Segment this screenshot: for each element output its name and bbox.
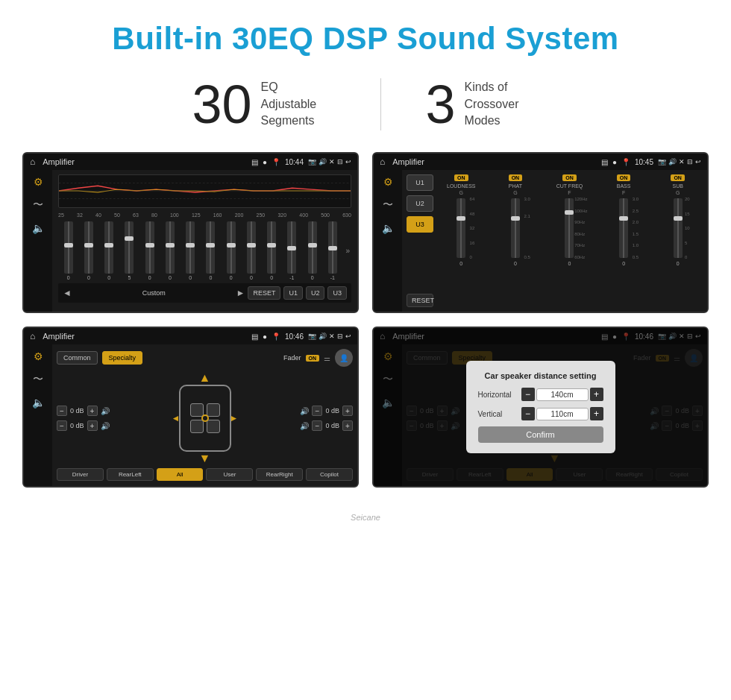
crossover-label: Kinds of Crossover Modes	[465, 79, 539, 129]
preset-u2[interactable]: U2	[407, 195, 433, 212]
eq-band-7[interactable]: 0	[181, 221, 201, 280]
crossover-stat: 3 Kinds of Crossover Modes	[381, 78, 584, 131]
preset-u1[interactable]: U1	[407, 174, 433, 191]
eq-icon-3[interactable]: ⚙	[34, 350, 43, 362]
fader-on-toggle[interactable]: ON	[306, 355, 320, 362]
crossover-reset[interactable]: RESET	[407, 294, 433, 307]
rl-value: 0 dB	[70, 422, 84, 429]
bass-on[interactable]: ON	[617, 174, 631, 181]
eq-band-10[interactable]: 0	[241, 221, 261, 280]
arrow-right: ►	[230, 413, 239, 423]
dialog-title: Car speaker distance setting	[478, 371, 603, 380]
rr-minus[interactable]: −	[312, 420, 322, 431]
eq-band-14[interactable]: -1	[322, 221, 342, 280]
cutfreq-slider[interactable]	[565, 198, 574, 258]
eq-main: 2532405063 80100125160200 25032040050063…	[52, 170, 357, 312]
eq-band-1[interactable]: 0	[58, 221, 78, 280]
loudness-slider[interactable]	[457, 198, 465, 258]
fl-minus[interactable]: −	[57, 406, 67, 416]
horizontal-stepper[interactable]: − 140cm +	[521, 388, 603, 401]
center-dot[interactable]	[201, 414, 209, 422]
common-tab[interactable]: Common	[57, 351, 98, 365]
specialty-tab[interactable]: Specialty	[102, 351, 143, 365]
confirm-button[interactable]: Confirm	[478, 426, 603, 443]
bass-slider[interactable]	[619, 198, 628, 258]
eq-band-2[interactable]: 0	[78, 221, 98, 280]
eq-band-3[interactable]: 0	[99, 221, 119, 280]
speaker-icon[interactable]: 🔈	[32, 222, 45, 234]
screen2-time: 10:45	[635, 158, 653, 166]
u2-button[interactable]: U2	[306, 286, 325, 300]
eq-band-12[interactable]: -1	[282, 221, 302, 280]
status-icons-2: 📷 🔊 ✕ ⊟ ↩	[658, 158, 701, 165]
wave-icon-3[interactable]: 〜	[33, 373, 43, 386]
rearleft-btn[interactable]: RearLeft	[107, 468, 154, 481]
home-icon-2[interactable]: ⌂	[380, 157, 385, 167]
u1-button[interactable]: U1	[283, 286, 303, 300]
horizontal-row: Horizontal − 140cm +	[478, 388, 603, 401]
rearright-btn[interactable]: RearRight	[256, 468, 303, 481]
wave-icon[interactable]: 〜	[33, 198, 43, 212]
eq-next-btn[interactable]: ►	[236, 288, 245, 298]
driver-btn[interactable]: Driver	[57, 468, 104, 481]
screen2-body: ⚙ 〜 🔈 U1 U2 U3 RESET ON LOUDNESS	[374, 170, 707, 312]
reset-button[interactable]: RESET	[248, 286, 280, 300]
fader-top: Common Specialty Fader ON ⚌ 👤	[57, 349, 353, 367]
page-title: Built-in 30EQ DSP Sound System	[0, 0, 731, 64]
fl-plus[interactable]: +	[87, 406, 98, 416]
eq-preset-label: Custom	[75, 289, 233, 297]
horizontal-value[interactable]: 140cm	[536, 388, 589, 401]
home-icon-3[interactable]: ⌂	[30, 331, 35, 341]
sub-on[interactable]: ON	[671, 174, 685, 181]
back-icon[interactable]: ↩	[345, 158, 351, 165]
back-icon-3[interactable]: ↩	[345, 332, 351, 340]
loudness-on[interactable]: ON	[454, 174, 468, 181]
cutfreq-on[interactable]: ON	[562, 174, 577, 181]
eq-band-8[interactable]: 0	[201, 221, 221, 280]
eq-band-13[interactable]: 0	[302, 221, 322, 280]
screens-grid: ⌂ Amplifier ▤ ● 📍 10:44 📷 🔊 ✕ ⊟ ↩ ⚙ 〜 🔈	[0, 152, 731, 510]
fader-label: Fader	[283, 354, 301, 362]
eq-icon-2[interactable]: ⚙	[383, 176, 393, 188]
wave-icon-2[interactable]: 〜	[383, 198, 393, 212]
fl-value: 0 dB	[70, 407, 84, 414]
rear-right-row: 🔊 − 0 dB +	[300, 420, 353, 431]
menu-icon: ▤	[251, 158, 258, 166]
speaker-icon-2[interactable]: 🔈	[382, 222, 395, 234]
u3-button[interactable]: U3	[327, 286, 347, 300]
eq-icon[interactable]: ⚙	[34, 176, 43, 188]
copilot-btn[interactable]: Copilot	[306, 468, 353, 481]
home-icon[interactable]: ⌂	[30, 157, 35, 167]
sub-label: SUB	[672, 183, 683, 189]
back-icon-2[interactable]: ↩	[695, 158, 701, 165]
eq-band-11[interactable]: 0	[262, 221, 282, 280]
speaker-icon-3[interactable]: 🔈	[32, 397, 45, 409]
rl-minus[interactable]: −	[57, 420, 67, 431]
eq-band-6[interactable]: 0	[160, 221, 180, 280]
horizontal-plus[interactable]: +	[590, 388, 603, 401]
all-btn[interactable]: All	[157, 468, 204, 481]
eq-band-9[interactable]: 0	[221, 221, 241, 280]
rr-plus[interactable]: +	[342, 420, 353, 431]
horizontal-minus[interactable]: −	[521, 388, 535, 401]
phat-slider[interactable]	[511, 198, 520, 258]
bottom-buttons-3: Driver RearLeft All User RearRight Copil…	[57, 468, 353, 481]
phat-on[interactable]: ON	[509, 174, 523, 181]
sub-slider[interactable]	[674, 198, 683, 258]
vertical-value[interactable]: 110cm	[536, 408, 589, 420]
fr-minus[interactable]: −	[312, 406, 322, 416]
eq-band-5[interactable]: 0	[139, 221, 160, 280]
eq-arrows[interactable]: »	[344, 247, 351, 255]
vertical-stepper[interactable]: − 110cm +	[521, 407, 603, 420]
fr-plus[interactable]: +	[342, 406, 353, 416]
preset-u3[interactable]: U3	[407, 216, 433, 233]
fader-avatar[interactable]: 👤	[335, 349, 353, 367]
eq-band-4[interactable]: 5	[119, 221, 139, 280]
rl-plus[interactable]: +	[87, 420, 98, 431]
user-btn[interactable]: User	[206, 468, 253, 481]
eq-prev-btn[interactable]: ◄	[63, 288, 72, 298]
car-body: ◄ ►	[179, 385, 231, 452]
dot-icon: ●	[263, 158, 267, 166]
vertical-plus[interactable]: +	[590, 407, 603, 420]
vertical-minus[interactable]: −	[521, 407, 535, 420]
